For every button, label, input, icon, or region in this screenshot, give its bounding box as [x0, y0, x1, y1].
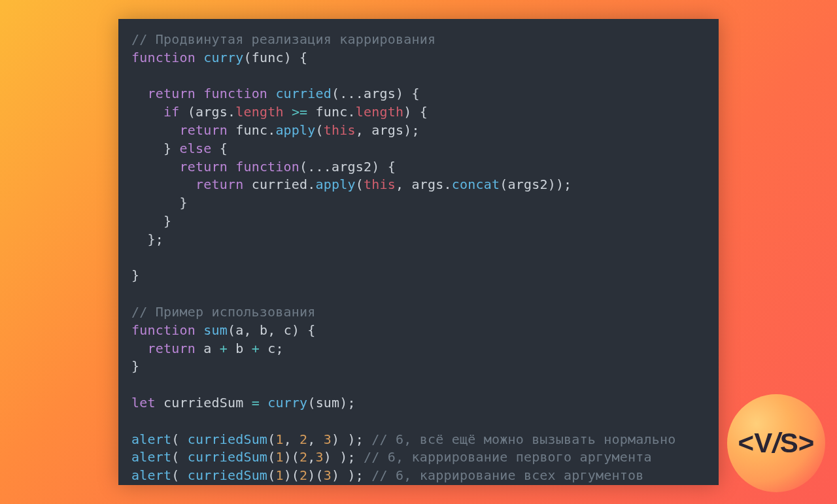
param: a	[235, 322, 243, 338]
number: 3	[324, 431, 332, 447]
keyword: function	[131, 50, 196, 65]
function-name: sum	[203, 322, 228, 338]
code-block: // Продвинутая реализация каррирования f…	[118, 19, 719, 485]
number: 2	[299, 467, 307, 483]
comment-line: // 6, каррирование первого аргумента	[364, 449, 652, 465]
number: 2	[299, 431, 307, 447]
method: apply	[275, 122, 315, 138]
function-call: curriedSum	[188, 449, 267, 465]
badge-text: <V/S>	[738, 428, 815, 459]
keyword: return	[147, 86, 195, 101]
identifier: c	[267, 341, 275, 356]
function-call: curry	[267, 395, 307, 411]
identifier: args	[412, 176, 444, 192]
keyword: return	[179, 159, 227, 175]
identifier: b	[235, 341, 243, 356]
property: length	[235, 104, 283, 120]
identifier: args	[371, 122, 403, 138]
number: 3	[316, 449, 324, 465]
comment-line: // Пример использования	[131, 304, 316, 320]
keyword: return	[147, 341, 195, 356]
keyword: return	[196, 176, 243, 192]
operator: +	[220, 341, 228, 356]
function-call: curriedSum	[188, 431, 267, 447]
identifier: func	[316, 104, 348, 120]
method: concat	[452, 176, 500, 192]
param: c	[284, 322, 292, 338]
code-pre: // Продвинутая реализация каррирования f…	[131, 31, 706, 485]
vs-badge-icon: <V/S>	[727, 394, 825, 492]
identifier: curried	[252, 176, 308, 192]
keyword: let	[131, 395, 156, 411]
this-keyword: this	[324, 122, 356, 138]
comment-line: // 6, всё ещё можно вызывать нормально	[371, 431, 675, 447]
identifier: curriedSum	[163, 395, 243, 411]
identifier: args2	[507, 176, 547, 192]
number: 2	[299, 449, 307, 465]
function-call: alert	[131, 467, 171, 483]
function-call: alert	[131, 449, 171, 465]
operator: +	[252, 341, 260, 356]
identifier: a	[203, 341, 211, 356]
number: 1	[275, 431, 283, 447]
param: b	[260, 322, 267, 338]
property: length	[356, 104, 403, 120]
this-keyword: this	[364, 176, 396, 192]
keyword: else	[179, 141, 211, 156]
method: apply	[316, 176, 356, 192]
number: 1	[275, 467, 283, 483]
identifier: args	[196, 104, 228, 120]
keyword: return	[179, 122, 227, 138]
param: func	[252, 50, 284, 65]
comment-line: // Продвинутая реализация каррирования	[131, 31, 436, 47]
function-name: curried	[275, 86, 332, 101]
operator: >=	[292, 104, 307, 120]
keyword: function	[203, 86, 267, 101]
comment-line: // 6, каррирование всех аргументов	[371, 467, 643, 483]
function-name: curry	[203, 50, 243, 65]
operator: =	[252, 395, 260, 411]
identifier: func	[235, 122, 267, 138]
keyword: if	[163, 104, 179, 120]
function-call: curriedSum	[188, 467, 267, 483]
number: 1	[275, 449, 283, 465]
keyword: function	[131, 322, 196, 338]
spread-param: ...args2	[307, 159, 371, 175]
keyword: function	[235, 159, 299, 175]
number: 3	[324, 467, 332, 483]
function-call: alert	[131, 431, 171, 447]
identifier: sum	[316, 395, 340, 411]
spread-param: ...args	[339, 86, 396, 101]
